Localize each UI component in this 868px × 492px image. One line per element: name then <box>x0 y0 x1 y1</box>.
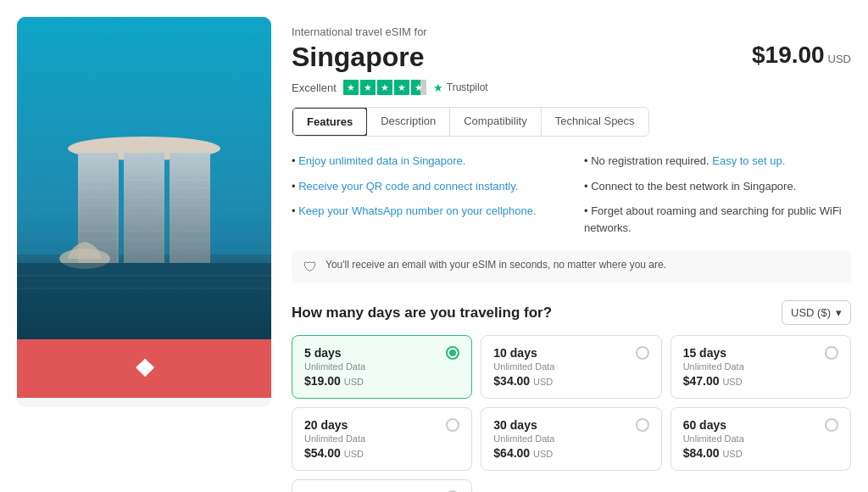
option-days: 10 days <box>493 346 537 360</box>
price-currency: USD <box>828 53 851 65</box>
option-radio <box>825 346 838 360</box>
svg-rect-41 <box>17 263 271 339</box>
product-header: Singapore Excellent ★ ★ ★ ★ ★ ★ Trustpil… <box>292 42 851 107</box>
duration-option-90days[interactable]: 90 days Unlimited Data $99.00 USD <box>292 479 472 492</box>
currency-selector-label: USD ($) <box>791 306 831 319</box>
option-radio <box>636 418 649 432</box>
option-price: $19.00 USD <box>304 374 459 388</box>
product-title: Singapore <box>292 42 488 73</box>
option-radio <box>446 418 459 432</box>
option-radio <box>636 346 649 360</box>
star-3: ★ <box>377 80 392 95</box>
info-icon: 🛡 <box>303 260 317 275</box>
tab-features[interactable]: Features <box>292 107 368 137</box>
feature-item: Receive your QR code and connect instant… <box>292 176 559 198</box>
duration-option-30days[interactable]: 30 days Unlimited Data $64.00 USD <box>481 407 661 471</box>
option-price: $64.00 USD <box>493 446 648 460</box>
tabs-row: Features Description Compatibility Techn… <box>292 107 649 137</box>
option-price: $84.00 USD <box>683 446 838 460</box>
star-5: ★ <box>411 80 426 95</box>
info-box: 🛡 You'll receive an email with your eSIM… <box>292 250 851 283</box>
option-days: 20 days <box>304 418 348 432</box>
svg-rect-5 <box>124 153 164 263</box>
qr-section: Scan the QR code and connect instantly. <box>17 398 271 407</box>
star-4: ★ <box>394 80 409 95</box>
svg-rect-6 <box>170 153 210 263</box>
duration-section: How many days are you traveling for? USD… <box>292 300 851 492</box>
brand-bar: ❖ <box>17 339 271 398</box>
duration-option-60days[interactable]: 60 days Unlimited Data $84.00 USD <box>670 407 851 471</box>
feature-item: Forget about roaming and searching for p… <box>584 200 851 238</box>
feature-item: Enjoy unlimited data in Singapore. <box>292 150 559 172</box>
product-image-panel: ❖ <box>17 17 271 407</box>
option-price-usd: USD <box>722 377 742 387</box>
option-price-usd: USD <box>344 449 364 459</box>
trustpilot-label: Excellent <box>292 81 337 94</box>
option-days: 15 days <box>683 346 726 360</box>
info-message: You'll receive an email with your eSIM i… <box>326 259 666 271</box>
option-price-usd: USD <box>533 449 553 459</box>
currency-selector[interactable]: USD ($) ▾ <box>782 300 851 325</box>
trustpilot-brand: ★ Trustpilot <box>433 81 488 94</box>
option-data: Unlimited Data <box>493 433 648 444</box>
option-radio <box>446 346 459 360</box>
option-data: Unlimited Data <box>304 433 459 444</box>
tab-technical-specs[interactable]: Technical Specs <box>542 108 648 136</box>
option-price: $47.00 USD <box>683 374 838 388</box>
tab-description[interactable]: Description <box>367 108 450 136</box>
option-price-usd: USD <box>722 449 742 459</box>
feature-item: No registration required. Easy to set up… <box>584 150 851 172</box>
brand-logo: ❖ <box>134 355 155 383</box>
option-price-usd: USD <box>344 377 364 387</box>
option-data: Unlimited Data <box>683 433 838 444</box>
option-days: 60 days <box>683 418 726 432</box>
option-price: $54.00 USD <box>304 446 459 460</box>
duration-option-20days[interactable]: 20 days Unlimited Data $54.00 USD <box>292 407 472 471</box>
option-data: Unlimited Data <box>304 361 459 372</box>
feature-item: Keep your WhatsApp number on your cellph… <box>292 200 559 238</box>
star-rating: ★ ★ ★ ★ ★ <box>343 80 426 95</box>
star-2: ★ <box>360 80 376 95</box>
price-block: $19.00 USD <box>752 42 851 69</box>
feature-item: Connect to the best network in Singapore… <box>584 176 851 198</box>
trustpilot-row: Excellent ★ ★ ★ ★ ★ ★ Trustpilot <box>292 80 488 95</box>
trustpilot-brand-name: Trustpilot <box>447 81 488 93</box>
duration-title: How many days are you traveling for? <box>292 305 552 321</box>
tab-compatibility[interactable]: Compatibility <box>450 108 541 136</box>
option-price-usd: USD <box>533 377 553 387</box>
product-subtitle: International travel eSIM for <box>292 25 851 38</box>
price-value: $19.00 <box>752 42 825 68</box>
chevron-down-icon: ▾ <box>836 306 842 319</box>
option-days: 5 days <box>304 346 342 360</box>
duration-options-grid: 5 days Unlimited Data $19.00 USD 10 days… <box>292 335 851 492</box>
star-1: ★ <box>343 80 359 95</box>
option-data: Unlimited Data <box>683 361 838 372</box>
duration-header: How many days are you traveling for? USD… <box>292 300 851 325</box>
option-data: Unlimited Data <box>493 361 648 372</box>
trustpilot-star-icon: ★ <box>433 81 443 94</box>
content-panel: International travel eSIM for Singapore … <box>292 17 851 492</box>
duration-option-15days[interactable]: 15 days Unlimited Data $47.00 USD <box>670 335 851 399</box>
option-price: $34.00 USD <box>493 374 648 388</box>
option-radio <box>825 418 838 432</box>
option-days: 30 days <box>493 418 537 432</box>
duration-option-5days[interactable]: 5 days Unlimited Data $19.00 USD <box>292 335 472 399</box>
duration-option-10days[interactable]: 10 days Unlimited Data $34.00 USD <box>481 335 661 399</box>
destination-image <box>17 17 271 339</box>
features-grid: Enjoy unlimited data in Singapore. No re… <box>292 150 851 238</box>
